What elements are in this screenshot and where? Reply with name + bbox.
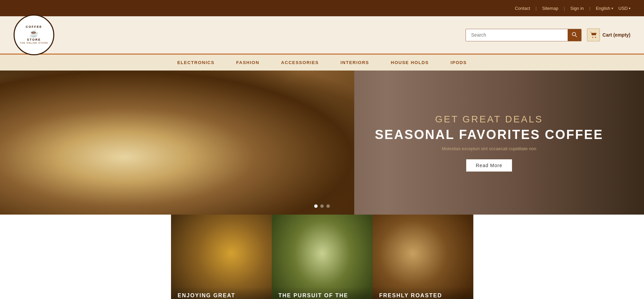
- read-more-button[interactable]: Read More: [466, 159, 512, 172]
- card-3-overlay: FRESHLY ROASTED WHOLE BEAN COFFEES: [373, 287, 473, 299]
- card-1-overlay: ENJOYING GREAT ICED COFFEE: [171, 287, 272, 299]
- currency-label: USD: [619, 6, 628, 11]
- hero-subtitle: Molestias excepturi sint occaecati cupid…: [375, 146, 603, 151]
- separator-2: |: [564, 6, 565, 11]
- contact-link[interactable]: Contact: [515, 6, 530, 11]
- sitemap-link[interactable]: Sitemap: [542, 6, 558, 11]
- search-box: [466, 29, 582, 41]
- hero-content: GET GREAT DEALS SEASONAL FAVORITES COFFE…: [375, 114, 603, 172]
- svg-point-3: [595, 37, 596, 38]
- nav-item-fashion[interactable]: FASHION: [233, 59, 262, 66]
- slider-dot-3[interactable]: [326, 204, 330, 208]
- nav-bar: ELECTRONICS FASHION ACCESSORIES INTERIOR…: [0, 54, 644, 71]
- card-3-deco: [373, 215, 473, 299]
- currency-dropdown[interactable]: USD ▾: [619, 6, 630, 11]
- language-label: English: [596, 6, 610, 11]
- slider-dot-1[interactable]: [314, 204, 318, 208]
- hero-image: [0, 71, 354, 215]
- cart-icon: [590, 32, 597, 38]
- brand-icon: ☕: [20, 29, 48, 38]
- search-input[interactable]: [466, 29, 568, 40]
- currency-arrow: ▾: [629, 6, 630, 10]
- nav-item-ipods[interactable]: IPODS: [448, 59, 470, 66]
- cart-area[interactable]: Cart (empty): [587, 28, 630, 41]
- logo-inner: COFFEE ☕ STORE THE ONLINE STORE: [20, 25, 48, 44]
- cards-row: ENJOYING GREAT ICED COFFEE THE PURSUIT O…: [0, 215, 644, 299]
- card-1-title: ENJOYING GREAT ICED COFFEE: [178, 292, 265, 299]
- svg-line-1: [575, 35, 577, 37]
- language-dropdown[interactable]: English ▾: [596, 6, 613, 11]
- logo-area: COFFEE ☕ STORE THE ONLINE STORE: [14, 15, 54, 55]
- svg-point-0: [572, 32, 575, 36]
- header: COFFEE ☕ STORE THE ONLINE STORE: [0, 16, 644, 54]
- brand-store: STORE: [20, 38, 48, 42]
- card-1-deco: [171, 215, 272, 299]
- cart-label: Cart (empty): [603, 32, 630, 38]
- cart-icon-wrap: [587, 28, 600, 41]
- slider-dot-2[interactable]: [320, 204, 324, 208]
- card-2-overlay: THE PURSUIT OF THE PERFECT COFFEE: [272, 287, 373, 299]
- slider-dots: [314, 204, 330, 208]
- card-3-title: FRESHLY ROASTED WHOLE BEAN COFFEES: [379, 292, 467, 299]
- hero-main-title: SEASONAL FAVORITES COFFEE: [375, 127, 603, 142]
- signin-link[interactable]: Sign in: [570, 6, 584, 11]
- card-2[interactable]: THE PURSUIT OF THE PERFECT COFFEE: [272, 215, 373, 299]
- brand-top: COFFEE: [20, 25, 48, 29]
- logo[interactable]: COFFEE ☕ STORE THE ONLINE STORE: [14, 15, 54, 55]
- hero-tagline: GET GREAT DEALS: [375, 114, 603, 125]
- card-2-title: THE PURSUIT OF THE PERFECT COFFEE: [279, 292, 366, 299]
- brand-sub: THE ONLINE STORE: [20, 42, 48, 44]
- nav-item-accessories[interactable]: ACCESSORIES: [278, 59, 321, 66]
- card-1[interactable]: ENJOYING GREAT ICED COFFEE: [171, 215, 272, 299]
- search-button[interactable]: [568, 29, 581, 41]
- search-icon: [572, 32, 577, 37]
- nav-item-interiors[interactable]: INTERIORS: [338, 59, 372, 66]
- svg-point-2: [592, 37, 593, 38]
- separator-3: |: [589, 6, 590, 11]
- hero-section: GET GREAT DEALS SEASONAL FAVORITES COFFE…: [0, 71, 644, 215]
- nav-item-electronics[interactable]: ELECTRONICS: [174, 59, 217, 66]
- card-3[interactable]: FRESHLY ROASTED WHOLE BEAN COFFEES: [373, 215, 473, 299]
- top-bar: Contact | Sitemap | Sign in | English ▾ …: [0, 0, 644, 16]
- language-arrow: ▾: [611, 6, 613, 10]
- card-2-deco: [272, 215, 373, 299]
- nav-item-households[interactable]: HOUSE HOLDS: [388, 59, 432, 66]
- header-right: Cart (empty): [466, 28, 630, 41]
- separator-1: |: [535, 6, 536, 11]
